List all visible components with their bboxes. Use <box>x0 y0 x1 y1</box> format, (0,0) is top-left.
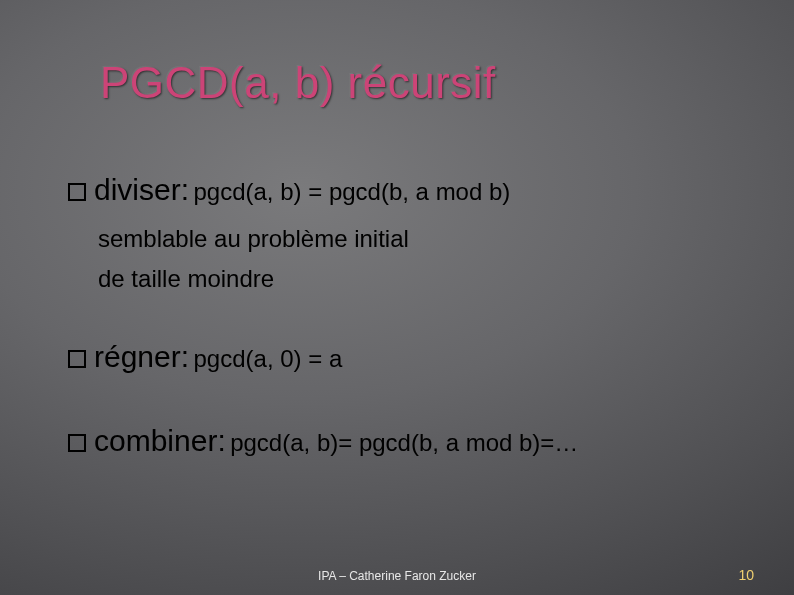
expr-combiner: pgcd(a, b)= pgcd(b, a mod b)=… <box>230 429 578 456</box>
bullet-diviser: diviser: pgcd(a, b) = pgcd(b, a mod b) <box>68 170 754 211</box>
term-diviser: diviser: <box>94 173 189 206</box>
sub-line-2: de taille moindre <box>98 265 754 293</box>
bullet-icon <box>68 350 86 368</box>
expr-regner: pgcd(a, 0) = a <box>194 345 343 372</box>
page-number: 10 <box>738 567 754 583</box>
slide: PGCD(a, b) récursif diviser: pgcd(a, b) … <box>0 0 794 595</box>
term-regner: régner: <box>94 340 189 373</box>
bullet-combiner: combiner: pgcd(a, b)= pgcd(b, a mod b)=… <box>68 421 754 462</box>
slide-body: diviser: pgcd(a, b) = pgcd(b, a mod b) s… <box>68 170 754 476</box>
bullet-regner: régner: pgcd(a, 0) = a <box>68 337 754 378</box>
sub-line-1: semblable au problème initial <box>98 225 754 253</box>
footer-author: IPA – Catherine Faron Zucker <box>0 569 794 583</box>
bullet-icon <box>68 434 86 452</box>
bullet-icon <box>68 183 86 201</box>
slide-title: PGCD(a, b) récursif <box>100 58 496 108</box>
term-combiner: combiner: <box>94 424 226 457</box>
expr-diviser: pgcd(a, b) = pgcd(b, a mod b) <box>193 178 510 205</box>
